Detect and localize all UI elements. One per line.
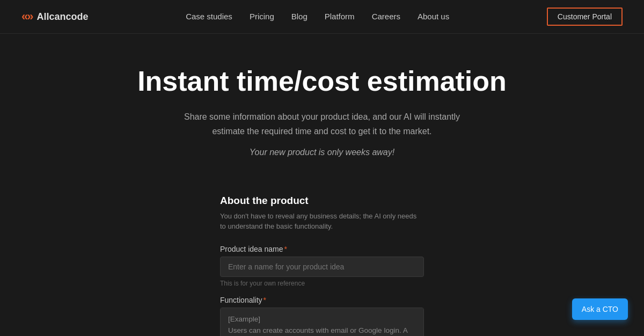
functionality-field: Functionality* [Example] Users can creat… [220, 296, 424, 336]
customer-portal-button[interactable]: Customer Portal [547, 8, 623, 26]
nav-platform[interactable]: Platform [325, 12, 355, 21]
ask-cto-button[interactable]: Ask a CTO [572, 298, 628, 320]
form-section-description: You don't have to reveal any business de… [220, 211, 424, 232]
product-name-hint: This is for your own reference [220, 280, 424, 287]
functionality-textarea[interactable]: [Example] Users can create accounts with… [220, 308, 424, 336]
navbar: «» Allcancode Case studies Pricing Blog … [0, 0, 644, 34]
product-name-input[interactable] [220, 257, 424, 277]
hero-subtitle: Share some information about your produc… [172, 109, 472, 138]
required-star: * [284, 245, 287, 253]
logo[interactable]: «» Allcancode [21, 10, 89, 24]
nav-case-studies[interactable]: Case studies [186, 12, 232, 21]
form-section: About the product You don't have to reve… [209, 195, 435, 336]
logo-text: Allcancode [36, 11, 88, 23]
hero-tagline: Your new product is only weeks away! [21, 148, 623, 157]
form-section-title: About the product [220, 195, 424, 207]
hero-title: Instant time/cost estimation [21, 66, 623, 97]
hero-section: Instant time/cost estimation Share some … [0, 34, 644, 179]
nav-pricing[interactable]: Pricing [250, 12, 274, 21]
nav-careers[interactable]: Careers [372, 12, 400, 21]
nav-links: Case studies Pricing Blog Platform Caree… [186, 12, 449, 21]
required-star-functionality: * [264, 296, 266, 304]
nav-about-us[interactable]: About us [418, 12, 449, 21]
product-name-field: Product idea name* This is for your own … [220, 245, 424, 287]
nav-blog[interactable]: Blog [291, 12, 308, 21]
product-name-label: Product idea name* [220, 245, 424, 253]
logo-icon: «» [21, 10, 32, 24]
functionality-label: Functionality* [220, 296, 424, 304]
